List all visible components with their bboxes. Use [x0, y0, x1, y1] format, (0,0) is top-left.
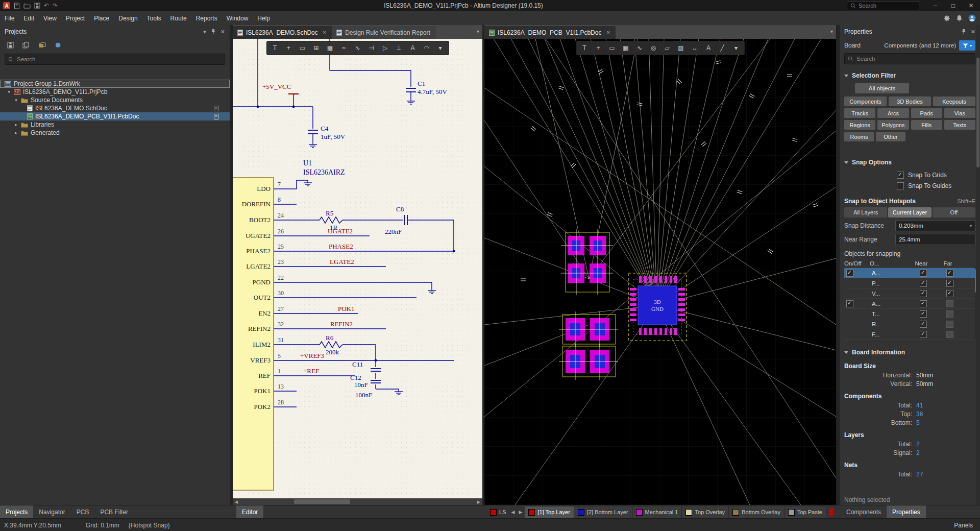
- layer-tab-bottom-overlay[interactable]: Bottom Overlay: [729, 506, 785, 518]
- tree-item-project[interactable]: ▾ ISL6236A_DEMO_V1I1.PrjPcb: [0, 88, 230, 96]
- menu-item-reports[interactable]: Reports: [191, 12, 222, 25]
- menu-item-design[interactable]: Design: [114, 12, 142, 25]
- scrollbar-thumb[interactable]: [294, 499, 350, 504]
- onoff-checkbox[interactable]: [846, 270, 853, 277]
- pad-icon[interactable]: ▱: [660, 42, 674, 54]
- move-icon[interactable]: ⊞: [310, 42, 323, 54]
- more-tools-icon[interactable]: ▾: [729, 42, 743, 54]
- tree-item-pcbdoc[interactable]: ISL6236A_DEMO_PCB_V1I1.PcbDoc: [0, 112, 230, 120]
- zoom-add-icon[interactable]: +: [282, 42, 296, 54]
- object-filter-button[interactable]: ▾: [959, 40, 975, 51]
- far-checkbox[interactable]: [946, 310, 953, 318]
- filter-keepouts-button[interactable]: Keepouts: [933, 96, 975, 106]
- maximize-button[interactable]: □: [944, 0, 962, 11]
- objects-table-row[interactable]: A...: [844, 299, 975, 309]
- filter-pads-button[interactable]: Pads: [911, 108, 942, 118]
- collapse-arrow-icon[interactable]: ▸: [14, 122, 18, 127]
- bottom-tab-components[interactable]: Components: [841, 505, 887, 519]
- panel-menu-chevron-icon[interactable]: ▾: [203, 29, 206, 35]
- board-info-value[interactable]: 2: [916, 449, 920, 456]
- objects-table-row[interactable]: F...: [844, 329, 975, 340]
- scroll-right-arrow-icon[interactable]: ▶: [475, 498, 482, 505]
- schematic-hscrollbar[interactable]: ◀ ▶: [233, 498, 482, 505]
- tree-item-libraries[interactable]: ▸ Libraries: [0, 120, 230, 129]
- expand-arrow-icon[interactable]: ▾: [14, 98, 18, 103]
- menu-item-project[interactable]: Project: [61, 12, 89, 25]
- bottom-tab-pcb[interactable]: PCB: [71, 505, 95, 519]
- layer-tab-2-bottom-layer[interactable]: [2] Bottom Layer: [574, 506, 632, 518]
- near-checkbox[interactable]: [920, 300, 927, 307]
- objects-table-row[interactable]: A...: [844, 268, 975, 278]
- tab-schdoc[interactable]: ISL6236A_DEMO.SchDoc ✕: [233, 26, 332, 39]
- grid-icon[interactable]: ▦: [324, 42, 337, 54]
- menu-item-file[interactable]: File: [0, 12, 19, 25]
- pin-icon[interactable]: ⊣: [365, 42, 378, 54]
- global-search-input[interactable]: Search: [847, 2, 919, 10]
- far-checkbox[interactable]: [946, 290, 953, 297]
- menu-item-tools[interactable]: Tools: [142, 12, 166, 25]
- far-checkbox[interactable]: [946, 270, 953, 277]
- near-checkbox[interactable]: [920, 310, 927, 318]
- layer-tab-mechanical-1[interactable]: Mechanical 1: [632, 506, 682, 518]
- col-near[interactable]: Near: [906, 260, 936, 267]
- pin-icon[interactable]: [961, 29, 966, 35]
- menu-item-route[interactable]: Route: [166, 12, 191, 25]
- layer-tab-top-paste[interactable]: Top Paste: [785, 506, 826, 518]
- tree-item-generated[interactable]: ▸ Generated: [0, 129, 230, 137]
- cursor-tool-icon[interactable]: T: [578, 42, 591, 54]
- far-checkbox[interactable]: [946, 300, 953, 307]
- onoff-checkbox[interactable]: [846, 300, 853, 307]
- panels-button[interactable]: Panels: [954, 522, 973, 529]
- panel-close-icon[interactable]: ✕: [971, 29, 975, 35]
- bottom-tab-properties[interactable]: Properties: [887, 505, 926, 519]
- port-icon[interactable]: ▷: [379, 42, 392, 54]
- line-icon[interactable]: ╱: [716, 42, 729, 54]
- filter-components-button[interactable]: Components: [844, 96, 887, 106]
- objects-table-row[interactable]: T...: [844, 309, 975, 319]
- user-account-icon[interactable]: [968, 14, 976, 22]
- save-project-button[interactable]: [4, 40, 16, 50]
- projects-search-input[interactable]: Search: [5, 54, 225, 65]
- text-icon[interactable]: A: [406, 42, 420, 54]
- bottom-tab-navigator[interactable]: Navigator: [33, 505, 70, 519]
- layer-tab-top-overlay[interactable]: Top Overlay: [682, 506, 729, 518]
- filter-fills-button[interactable]: Fills: [911, 120, 942, 130]
- arc-icon[interactable]: ◠: [420, 42, 433, 54]
- section-board-information[interactable]: Board Information: [840, 344, 980, 358]
- objects-table-row[interactable]: V...: [844, 288, 975, 299]
- far-checkbox[interactable]: [946, 331, 953, 338]
- menu-item-help[interactable]: Help: [253, 12, 275, 25]
- selection-icon[interactable]: ▭: [296, 42, 309, 54]
- board-info-value[interactable]: 5: [916, 419, 920, 426]
- all-objects-button[interactable]: All objects: [855, 83, 909, 93]
- col-far[interactable]: Far: [936, 260, 960, 267]
- hotspot-mode-current-layer[interactable]: Current Layer: [888, 207, 931, 218]
- bottom-tab-projects[interactable]: Projects: [0, 505, 33, 519]
- layer-scroll-left-icon[interactable]: ◀: [509, 510, 516, 515]
- bottom-tab-pcb-filter[interactable]: PCB Filter: [94, 505, 134, 519]
- near-checkbox[interactable]: [920, 290, 927, 297]
- layer-scroll-right-icon[interactable]: ▶: [517, 510, 524, 515]
- properties-search-input[interactable]: Search: [844, 53, 975, 64]
- scope-value[interactable]: Components (and 12 more): [884, 42, 956, 49]
- menu-item-edit[interactable]: Edit: [19, 12, 39, 25]
- snap-to-guides-checkbox[interactable]: [897, 182, 904, 189]
- notifications-bell-icon[interactable]: [956, 15, 963, 22]
- wire-icon[interactable]: ∿: [351, 42, 364, 54]
- zoom-add-icon[interactable]: +: [592, 42, 605, 54]
- redo-icon[interactable]: ↷: [53, 0, 58, 11]
- menu-item-place[interactable]: Place: [89, 12, 114, 25]
- filter-rooms-button[interactable]: Rooms: [844, 132, 874, 141]
- more-tools-icon[interactable]: ▾: [434, 42, 447, 54]
- near-checkbox[interactable]: [920, 270, 927, 277]
- section-snap-options[interactable]: Snap Options: [840, 159, 980, 168]
- near-checkbox[interactable]: [920, 331, 927, 338]
- collapse-arrow-icon[interactable]: ▸: [14, 130, 18, 135]
- filter-tracks-button[interactable]: Tracks: [844, 108, 875, 118]
- section-selection-filter[interactable]: Selection Filter: [840, 67, 980, 81]
- filter-3d-bodies-button[interactable]: 3D Bodies: [889, 96, 931, 106]
- near-checkbox[interactable]: [920, 280, 927, 287]
- scrollbar-thumb[interactable]: [976, 58, 979, 167]
- tab-design-rule-report[interactable]: Design Rule Verification Report: [332, 26, 435, 39]
- pcb-canvas[interactable]: 3D GND: [484, 39, 836, 505]
